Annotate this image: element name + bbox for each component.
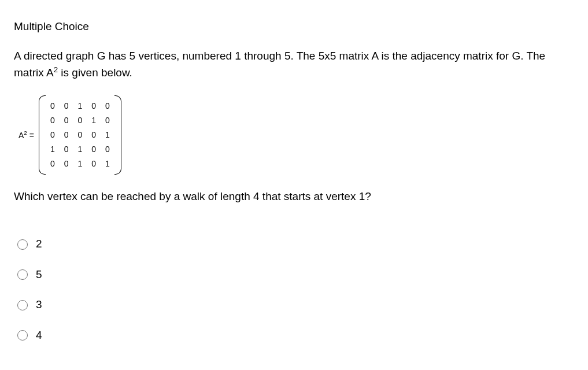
matrix-cell: 1 <box>101 157 114 171</box>
matrix-cell: 0 <box>87 99 101 113</box>
matrix-cell: 0 <box>46 99 60 113</box>
option-label: 2 <box>36 236 42 253</box>
matrix-bracket-right <box>114 95 121 175</box>
radio-icon[interactable] <box>17 239 28 250</box>
matrix-row: 0 0 1 0 1 <box>46 157 114 171</box>
matrix-cell: 1 <box>46 142 60 157</box>
matrix-cell: 1 <box>101 128 114 142</box>
radio-icon[interactable] <box>17 269 28 280</box>
matrix-cell: 0 <box>87 157 101 171</box>
matrix-cell: 1 <box>73 99 87 113</box>
matrix-cell: 0 <box>101 99 114 113</box>
matrix-cell: 0 <box>60 142 73 157</box>
option-label: 3 <box>36 297 42 313</box>
matrix-cell: 0 <box>60 113 73 128</box>
matrix-cell: 0 <box>101 142 114 157</box>
problem-line-1: A directed graph G has 5 vertices, numbe… <box>14 50 545 62</box>
matrix-cell: 0 <box>46 128 60 142</box>
matrix-row: 1 0 1 0 0 <box>46 142 114 157</box>
problem-statement: A directed graph G has 5 vertices, numbe… <box>14 48 574 82</box>
matrix-container: 0 0 1 0 0 0 0 0 1 0 0 0 0 0 1 1 <box>39 95 121 175</box>
option-2[interactable]: 2 <box>17 236 574 253</box>
matrix-label-pre: A <box>19 130 24 139</box>
matrix-label-post: = <box>27 130 34 139</box>
section-title: Multiple Choice <box>14 18 574 35</box>
matrix-cell: 0 <box>73 128 87 142</box>
option-3[interactable]: 3 <box>17 297 574 313</box>
matrix-row: 0 0 1 0 0 <box>46 99 114 113</box>
matrix-row: 0 0 0 0 1 <box>46 128 114 142</box>
matrix-cell: 0 <box>60 128 73 142</box>
matrix-cell: 0 <box>87 142 101 157</box>
matrix-label: A2 = <box>19 129 39 142</box>
radio-icon[interactable] <box>17 300 28 310</box>
problem-line-2-pre: matrix A <box>14 66 54 79</box>
matrix-bracket-left <box>39 95 46 175</box>
matrix-cell: 0 <box>46 157 60 171</box>
matrix-cell: 0 <box>60 157 73 171</box>
matrix-cell: 0 <box>87 128 101 142</box>
matrix-cell: 1 <box>73 157 87 171</box>
radio-icon[interactable] <box>17 330 28 341</box>
question-text: Which vertex can be reached by a walk of… <box>14 188 574 205</box>
matrix-cell: 0 <box>46 113 60 128</box>
option-4[interactable]: 4 <box>17 327 574 344</box>
matrix-cell: 1 <box>73 142 87 157</box>
options-list: 2 5 3 4 <box>17 236 574 343</box>
problem-line-2-post: is given below. <box>58 66 132 79</box>
option-label: 4 <box>36 327 42 344</box>
matrix-row: 0 0 0 1 0 <box>46 113 114 128</box>
option-label: 5 <box>36 267 42 283</box>
matrix-cell: 0 <box>101 113 114 128</box>
problem-line-2-sup: 2 <box>54 65 58 74</box>
matrix-table: 0 0 1 0 0 0 0 0 1 0 0 0 0 0 1 1 <box>46 99 114 171</box>
matrix-cell: 0 <box>60 99 73 113</box>
matrix-cell: 1 <box>87 113 101 128</box>
matrix-block: A2 = 0 0 1 0 0 0 0 0 1 0 0 0 0 0 <box>19 95 574 175</box>
option-5[interactable]: 5 <box>17 267 574 283</box>
matrix-cell: 0 <box>73 113 87 128</box>
